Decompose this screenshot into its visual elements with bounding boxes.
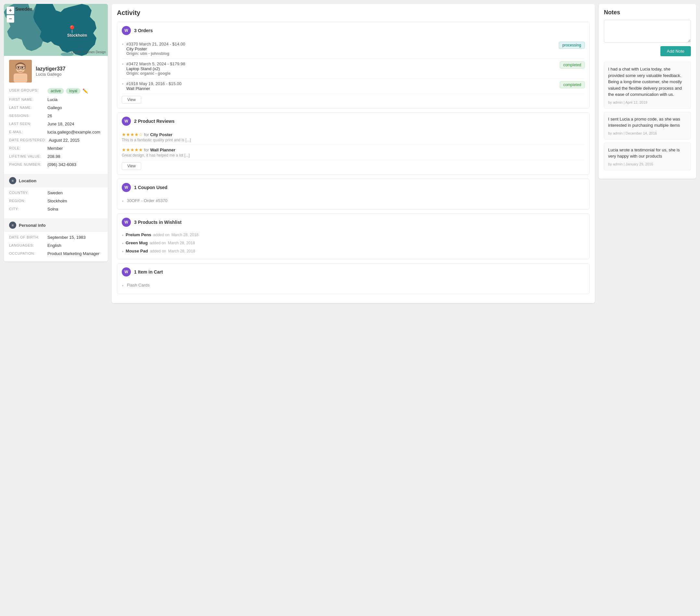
reviews-body: ★★★★☆ for City Poster This is a fantasti… — [117, 130, 589, 174]
order-2-origin-val: organic - google — [140, 71, 171, 76]
wishlist-2-date: March 28, 2018 — [168, 241, 195, 245]
lifetime-value: 208.98 — [47, 154, 60, 159]
wishlist-item-2: ● Green Mug added on March 28, 2018 — [122, 239, 585, 247]
middle-panel: Activity W 3 Orders ● #3370 March 21, 20… — [112, 4, 595, 303]
svg-point-4 — [18, 67, 20, 69]
lastname-value: Gallego — [47, 105, 62, 110]
info-row-sessions: SESSIONS: 26 — [9, 112, 103, 120]
role-label: ROLE: — [9, 146, 45, 150]
personal-info-section-header: ≡ Personal info — [4, 218, 108, 232]
orders-body: ● #3370 March 21, 2024 - $14.00 City Pos… — [117, 39, 589, 108]
svg-rect-3 — [14, 73, 27, 83]
cart-section-title: 1 Item in Cart — [134, 269, 163, 274]
languages-value: English — [47, 243, 61, 248]
order-1-origin: Origin: utm - johnsblog — [126, 51, 556, 56]
order-1-origin-val: utm - johnsblog — [140, 51, 170, 56]
user-groups-label: USER GROUPS: — [9, 88, 45, 92]
region-value: Stockholm — [47, 198, 67, 204]
cart-body: ● Flash Cards — [117, 280, 589, 294]
left-panel: + − Sweden 📍 Stockholm Leaflet | Stamen … — [4, 4, 108, 261]
info-row-region: REGION: Stockholm — [9, 197, 103, 205]
firstname-value: Lucia — [47, 97, 58, 102]
personal-info-section: DATE OF BIRTH: September 15, 1983 LANGUA… — [4, 233, 108, 261]
map-attribution: Leaflet | Stamen Design — [71, 50, 106, 54]
info-row-role: ROLE: Member — [9, 144, 103, 152]
wishlist-1-addedon: added on — [153, 233, 170, 237]
info-row-phone: PHONE NUMBER: (096) 342-6083 — [9, 160, 103, 169]
reviews-view-button[interactable]: View — [122, 162, 141, 170]
bullet-icon-3: ● — [122, 82, 124, 85]
order-3-line1: #1918 May 19, 2016 - $15.00 — [126, 81, 557, 86]
coupon-bullet: ● — [122, 199, 124, 203]
cart-icon: W — [122, 267, 131, 276]
wishlist-3-date: March 28, 2018 — [168, 249, 195, 254]
lastseen-value: June 18, 2024 — [47, 122, 74, 126]
order-1-id: #3370 — [126, 41, 138, 47]
reviews-section-header: W 2 Product Reviews — [117, 113, 589, 130]
cart-section: W 1 Item in Cart ● Flash Cards — [117, 263, 590, 294]
phone-label: PHONE NUMBER: — [9, 162, 45, 167]
review-1-for: for — [144, 132, 150, 137]
note-1-text: I had a chat with Lucia today, she provi… — [608, 66, 687, 98]
right-panel: Notes Add Note I had a chat with Lucia t… — [599, 4, 696, 179]
activity-title: Activity — [117, 9, 590, 16]
location-section-header: ≡ Location — [4, 174, 108, 187]
location-section-label: Location — [19, 178, 36, 183]
orders-section: W 3 Orders ● #3370 March 21, 2024 - $14.… — [117, 22, 590, 109]
orders-view-button[interactable]: View — [122, 96, 141, 104]
avatar — [9, 60, 32, 83]
map-pin-icon: 📍 — [67, 25, 77, 34]
order-3-info: #1918 May 19, 2016 - $15.00 Wall Planner — [126, 81, 557, 91]
info-row-languages: LANGUAGES: English — [9, 242, 103, 249]
review-1-text: This is a fantastic quality print and is… — [122, 138, 585, 142]
order-3-id: #1918 — [126, 81, 138, 86]
info-row-dob: DATE OF BIRTH: September 15, 1983 — [9, 233, 103, 242]
registered-label: DATE REGISTERED: — [9, 138, 46, 142]
info-row-lastseen: LAST SEEN: June 18, 2024 — [9, 120, 103, 128]
wishlist-body: ● Preium Pens added on March 28, 2018 ● … — [117, 231, 589, 259]
order-2-product: Laptop Stand (x2) — [126, 66, 557, 71]
note-1-meta: by admin | April 12, 2019 — [608, 100, 687, 104]
order-2-info: #3472 March 5, 2024 - $179.98 Laptop Sta… — [126, 61, 557, 76]
svg-point-5 — [22, 67, 23, 69]
note-card-3: Lucia wrote a testimonial for us, she is… — [604, 143, 691, 170]
profile-username: lazytiger337 — [36, 66, 103, 72]
edit-icon[interactable]: ✏️ — [83, 88, 88, 94]
order-item-1: ● #3370 March 21, 2024 - $14.00 City Pos… — [122, 39, 585, 59]
wishlist-bullet-2: ● — [122, 242, 124, 245]
coupons-icon: W — [122, 183, 131, 192]
notes-input[interactable] — [604, 20, 691, 42]
notes-title: Notes — [604, 9, 691, 16]
wishlist-section: W 3 Products in Wishlist ● Preium Pens a… — [117, 213, 590, 259]
city-value: Solna — [47, 207, 58, 211]
map-container: + − Sweden 📍 Stockholm Leaflet | Stamen … — [4, 4, 108, 56]
map-zoom-out-button[interactable]: − — [7, 15, 14, 23]
review-1-product: City Poster — [150, 132, 172, 137]
order-2-origin-label: Origin: — [126, 71, 139, 76]
orders-icon: W — [122, 26, 131, 35]
email-label: E-MAIL: — [9, 130, 45, 134]
order-2-id: #3472 — [126, 61, 138, 66]
note-card-1: I had a chat with Lucia today, she provi… — [604, 62, 691, 109]
map-island — [77, 44, 87, 49]
cart-bullet: ● — [122, 284, 124, 287]
note-2-meta: by admin | December 14, 2016 — [608, 131, 687, 135]
review-item-2: ★★★★★ for Wall Planner Great design, it … — [122, 145, 585, 160]
order-2-origin: Origin: organic - google — [126, 71, 557, 76]
city-label: CITY: — [9, 207, 45, 211]
order-1-date-val: March 21, 2024 — [139, 41, 168, 47]
info-row-country: COUNTRY: Sweden — [9, 189, 103, 197]
tag-loyal: loyal — [66, 88, 80, 94]
add-note-button[interactable]: Add Note — [660, 46, 691, 56]
map-controls: + − — [7, 7, 14, 23]
note-2-text: I sent Lucia a promo code, as she was in… — [608, 116, 687, 129]
order-1-origin-label: Origin: — [126, 51, 139, 56]
order-2-line1: #3472 March 5, 2024 - $179.98 — [126, 61, 557, 66]
region-label: REGION: — [9, 198, 45, 203]
map-country-label: Sweden — [15, 7, 33, 12]
map-zoom-in-button[interactable]: + — [7, 7, 14, 14]
notes-list: I had a chat with Lucia today, she provi… — [604, 62, 691, 170]
order-3-amount: $15.00 — [168, 81, 182, 86]
review-1-stars: ★★★★☆ — [122, 132, 143, 137]
country-value: Sweden — [47, 190, 63, 195]
